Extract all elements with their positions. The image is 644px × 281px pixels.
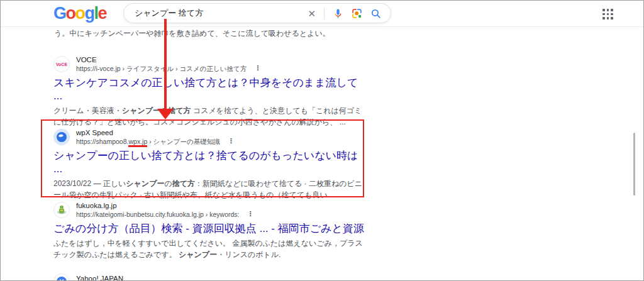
annotation-arrow-head-icon — [157, 109, 174, 119]
search-result-fukuoka: fukuoka.lg.jp https://kateigomi-bunbetsu… — [53, 201, 368, 260]
result-url[interactable]: https://i-voce.jp › ライフスタイル › コスメの正しい捨て方 — [76, 65, 247, 73]
mic-icon[interactable] — [333, 8, 343, 19]
result-site-name: wpX Speed — [76, 128, 235, 137]
search-bar[interactable]: シャンプー 捨て方 ✕ — [123, 3, 391, 23]
mascot-favicon-icon — [53, 202, 70, 218]
result-title-link[interactable]: シャンプーの正しい捨て方とは？捨てるのがもったいない時は ... — [53, 149, 368, 175]
result-title-link[interactable]: ごみの分け方（品目）検索 - 資源回収拠点 ... - 福岡市ごみと資源 — [53, 222, 364, 235]
result-site-name: VOCE — [76, 55, 261, 64]
result-title-link[interactable]: スキンケアコスメの正しい捨て方とは？中身をそのまま流して ... — [53, 76, 368, 102]
more-options-icon[interactable]: ⋮ — [254, 64, 261, 73]
previous-result-snippet-fragment: う。中にキッチンペーパーや雑巾を敷き詰めて、そこに流して吸わせるとよい。 — [54, 28, 330, 39]
globe-favicon-icon — [53, 129, 70, 145]
voce-favicon-icon: VoCE — [53, 56, 70, 72]
yahoo-favicon-icon — [53, 273, 70, 281]
google-logo: Google — [53, 4, 106, 23]
google-apps-grid-icon[interactable] — [602, 9, 613, 19]
result-snippet: クリーム・美容液・シャンプーの捨て方 コスメを捨てよう、と決意しても「これは何ゴ… — [53, 105, 364, 128]
more-options-icon[interactable]: ⋮ — [228, 137, 235, 146]
browser-viewport: Google シャンプー 捨て方 ✕ — [0, 0, 644, 281]
search-result-voce: VoCE VOCE https://i-voce.jp › ライフスタイル › … — [53, 55, 368, 128]
result-site-name: Yahoo! JAPAN — [76, 274, 123, 281]
annotation-arrow-shaft — [164, 19, 167, 110]
close-icon[interactable]: ✕ — [308, 9, 316, 18]
result-snippet: 2023/10/22 — 正しいシャンプーの捨て方：新聞紙などに吸わせて捨てる … — [53, 178, 364, 201]
result-site-name: fukuoka.lg.jp — [76, 201, 254, 210]
search-input[interactable]: シャンプー 捨て方 — [124, 8, 308, 19]
result-url[interactable]: https://shampoo8.wpx.jp › シャンプーの基礎知識 — [76, 138, 220, 146]
search-icon[interactable] — [370, 8, 381, 19]
scrollbar-thumb[interactable] — [633, 133, 635, 196]
google-lens-icon[interactable] — [352, 8, 362, 19]
search-bar-divider — [324, 8, 325, 19]
google-search-header: Google シャンプー 捨て方 ✕ — [1, 1, 643, 27]
more-options-icon[interactable]: ⋮ — [247, 210, 254, 219]
result-snippet: ふたをはずし，中を軽くすすいで出してください。 金属製のふたは燃えないごみ，プラ… — [53, 238, 364, 260]
search-result-yahoo-japan: Yahoo! JAPAN — [53, 270, 368, 281]
search-result-wpx-speed: wpX Speed https://shampoo8.wpx.jp › シャンプ… — [53, 128, 368, 201]
result-url[interactable]: https://kateigomi-bunbetsu.city.fukuoka.… — [76, 211, 240, 219]
